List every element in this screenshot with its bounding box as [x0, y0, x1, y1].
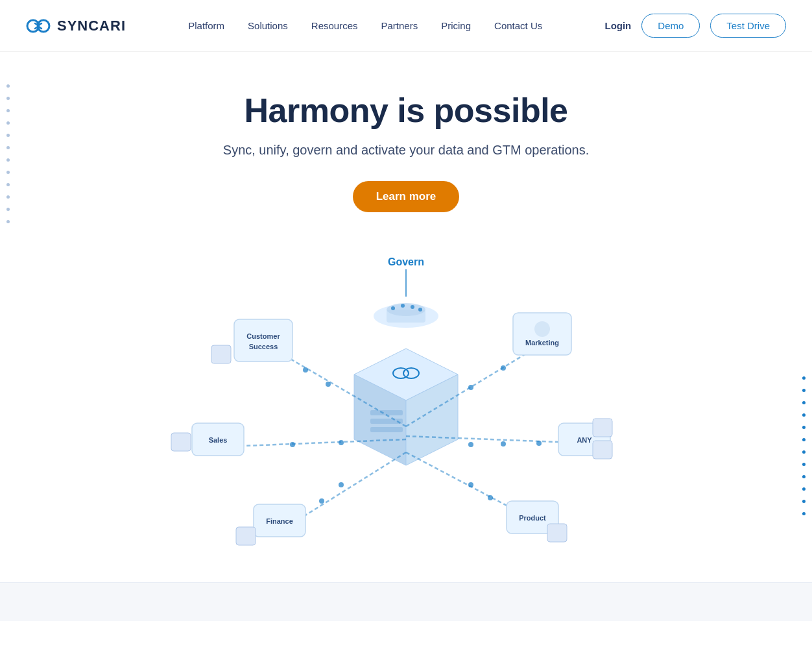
login-button[interactable]: Login	[604, 20, 631, 31]
svg-point-35	[319, 498, 324, 504]
logo[interactable]: SYNCARI	[26, 17, 126, 35]
syncari-logo-icon	[26, 17, 51, 35]
svg-text:Finance: Finance	[266, 517, 293, 525]
logo-text: SYNCARI	[57, 18, 126, 34]
hub-diagram: Govern	[140, 245, 672, 569]
svg-point-43	[534, 321, 550, 337]
hero-illustration: Govern	[0, 232, 812, 582]
svg-point-16	[401, 304, 405, 308]
svg-rect-53	[171, 433, 191, 451]
nav-item-resources[interactable]: Resources	[311, 20, 358, 32]
nav-actions: Login Demo Test Drive	[604, 14, 786, 38]
svg-text:Customer: Customer	[246, 332, 280, 340]
svg-point-25	[326, 382, 331, 387]
demo-button[interactable]: Demo	[641, 14, 700, 38]
svg-point-30	[290, 442, 295, 447]
svg-line-22	[302, 452, 406, 517]
nav-item-solutions[interactable]: Solutions	[248, 20, 288, 32]
svg-rect-56	[547, 524, 567, 542]
main-nav: SYNCARI Platform Solutions Resources Par…	[0, 0, 812, 52]
svg-point-27	[468, 385, 473, 390]
svg-text:ANY: ANY	[577, 436, 592, 444]
hero-heading: Harmony is possible	[0, 91, 812, 130]
test-drive-button[interactable]: Test Drive	[710, 14, 786, 38]
bottom-bar	[0, 582, 812, 621]
svg-point-37	[488, 495, 493, 500]
svg-rect-38	[234, 319, 293, 361]
svg-text:Govern: Govern	[388, 256, 424, 267]
svg-text:Success: Success	[249, 343, 278, 350]
svg-rect-57	[593, 419, 612, 437]
learn-more-button[interactable]: Learn more	[353, 181, 460, 212]
nav-item-pricing[interactable]: Pricing	[441, 20, 471, 32]
svg-line-23	[406, 452, 523, 514]
svg-point-34	[339, 482, 344, 487]
svg-rect-55	[236, 527, 256, 545]
svg-rect-58	[593, 441, 612, 459]
hero-section: Harmony is possible Sync, unify, govern …	[0, 52, 812, 582]
svg-point-31	[468, 442, 473, 447]
nav-item-contact[interactable]: Contact Us	[494, 20, 542, 32]
svg-point-33	[536, 441, 542, 446]
svg-point-26	[303, 367, 308, 373]
nav-links: Platform Solutions Resources Partners Pr…	[188, 20, 542, 32]
svg-rect-9	[370, 427, 403, 432]
svg-point-28	[501, 365, 506, 371]
svg-point-18	[418, 308, 422, 312]
nav-item-partners[interactable]: Partners	[381, 20, 418, 32]
svg-point-29	[339, 440, 344, 445]
nav-item-platform[interactable]: Platform	[188, 20, 224, 32]
svg-point-15	[391, 306, 395, 310]
svg-point-17	[411, 305, 414, 309]
svg-rect-54	[211, 345, 231, 363]
svg-text:Product: Product	[519, 514, 546, 522]
svg-text:Marketing: Marketing	[525, 339, 559, 347]
svg-point-36	[468, 482, 473, 487]
svg-point-32	[501, 441, 506, 447]
hero-subheading: Sync, unify, govern and activate your da…	[0, 143, 812, 158]
svg-text:Sales: Sales	[209, 436, 228, 444]
